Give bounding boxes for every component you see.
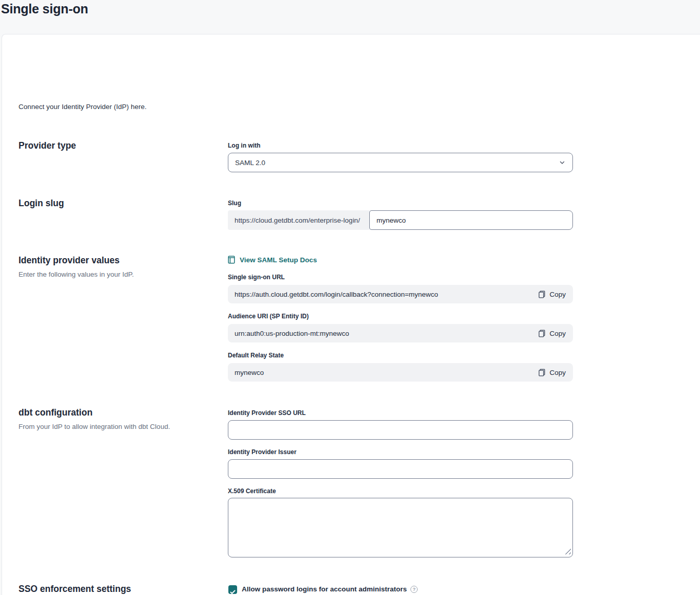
sso-url-value: https://auth.cloud.getdbt.com/login/call… [235, 291, 438, 298]
chevron-down-icon [559, 159, 565, 166]
relay-state-value: mynewco [235, 369, 264, 376]
provider-type-heading: Provider type [19, 140, 76, 151]
idp-values-subheading: Enter the following values in your IdP. [19, 271, 134, 278]
copy-sso-url-button[interactable]: Copy [539, 291, 566, 298]
provider-type-select[interactable]: SAML 2.0 [228, 153, 573, 172]
x509-certificate-textarea[interactable] [228, 498, 573, 557]
copy-button-label: Copy [549, 291, 566, 298]
idp-sso-url-label: Identity Provider SSO URL [228, 409, 306, 417]
log-in-with-label: Log in with [228, 142, 260, 149]
idp-sso-url-input[interactable] [228, 420, 573, 440]
copy-icon [539, 369, 545, 376]
help-icon[interactable]: ? [410, 586, 418, 593]
copy-button-label: Copy [549, 369, 566, 376]
slug-field-group: https://cloud.getdbt.com/enterprise-logi… [228, 210, 573, 230]
relay-state-label: Default Relay State [228, 352, 284, 359]
x509-certificate-label: X.509 Certificate [228, 488, 276, 495]
provider-type-selected-value: SAML 2.0 [235, 159, 265, 167]
document-icon [228, 256, 235, 264]
allow-password-logins-checkbox[interactable] [228, 585, 237, 594]
copy-icon [539, 330, 545, 337]
idp-issuer-input[interactable] [228, 459, 573, 479]
copy-icon [539, 291, 545, 298]
checkmark-icon [230, 587, 236, 592]
sso-url-row: https://auth.cloud.getdbt.com/login/call… [228, 285, 573, 303]
idp-values-heading: Identity provider values [19, 255, 119, 266]
slug-url-prefix: https://cloud.getdbt.com/enterprise-logi… [228, 210, 369, 230]
sso-url-label: Single sign-on URL [228, 274, 285, 281]
single-sign-on-page: Single sign-on Connect your Identity Pro… [0, 0, 700, 595]
slug-label: Slug [228, 200, 241, 207]
slug-input[interactable] [369, 210, 573, 230]
relay-state-row: mynewco Copy [228, 363, 573, 382]
idp-issuer-label: Identity Provider Issuer [228, 448, 296, 456]
intro-text: Connect your Identity Provider (IdP) her… [19, 103, 147, 111]
sso-enforcement-heading: SSO enforcement settings [19, 584, 131, 594]
settings-card: Connect your Identity Provider (IdP) her… [2, 34, 700, 595]
checkbox-label-row: Allow password logins for account admini… [242, 585, 418, 593]
copy-relay-state-button[interactable]: Copy [539, 369, 566, 376]
dbt-configuration-subheading: From your IdP to allow integration with … [19, 423, 170, 430]
audience-uri-row: urn:auth0:us-production-mt:mynewco Copy [228, 324, 573, 342]
copy-audience-uri-button[interactable]: Copy [539, 330, 566, 337]
page-title: Single sign-on [1, 2, 88, 16]
audience-uri-label: Audience URI (SP Entity ID) [228, 313, 309, 320]
audience-uri-value: urn:auth0:us-production-mt:mynewco [235, 330, 349, 337]
login-slug-heading: Login slug [19, 198, 64, 209]
docs-link-label: View SAML Setup Docs [240, 256, 317, 264]
view-saml-setup-docs-link[interactable]: View SAML Setup Docs [228, 256, 317, 264]
copy-button-label: Copy [549, 330, 566, 337]
dbt-configuration-heading: dbt configuration [19, 407, 93, 418]
allow-password-logins-label: Allow password logins for account admini… [242, 585, 407, 593]
